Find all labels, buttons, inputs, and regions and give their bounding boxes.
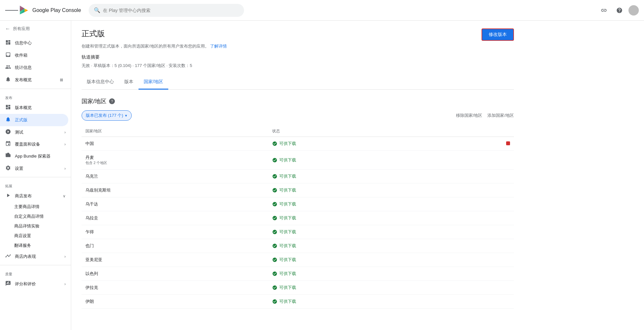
status-text: 可供下载 (279, 215, 296, 221)
coverage-expand-icon: › (64, 142, 66, 147)
country-cell: 也门 (82, 239, 268, 253)
action-cell (448, 197, 514, 211)
ratings-label: 评分和评价 (15, 281, 36, 287)
status-available: 可供下载 (272, 157, 444, 163)
check-circle-icon (272, 174, 277, 179)
table-header: 国家/地区 状态 (82, 126, 514, 137)
action-cell (448, 239, 514, 253)
table-body: 中国 可供下载 丹麦包含 2 个地区 可供下载 乌克兰 可供下载 乌兹别克斯坦 … (82, 137, 514, 309)
sidebar-item-coverage[interactable]: 覆盖面和设备 › (0, 138, 71, 150)
remove-country-link[interactable]: 移除国家/地区 (456, 113, 483, 118)
status-cell: 可供下载 (268, 239, 448, 253)
table-row: 丹麦包含 2 个地区 可供下载 (82, 151, 514, 170)
edit-version-button[interactable]: 修改版本 (482, 28, 514, 41)
check-circle-icon (272, 202, 277, 207)
sidebar-item-testing[interactable]: 测试 › (0, 126, 71, 138)
action-cell (448, 281, 514, 295)
status-text: 可供下载 (279, 173, 296, 179)
tab-versions[interactable]: 版本 (119, 75, 139, 90)
search-bar[interactable]: 🔍 (89, 4, 244, 17)
table-row: 伊朗 可供下载 (82, 295, 514, 309)
check-circle-icon (272, 285, 277, 290)
country-name: 丹麦 (85, 155, 264, 160)
country-cell: 乌克兰 (82, 170, 268, 183)
sidebar-item-dashboard[interactable]: 信息中心 (0, 37, 68, 49)
country-cell: 以色列 (82, 267, 268, 281)
table-row: 乌兹别克斯坦 可供下载 (82, 183, 514, 197)
country-cell: 乌拉圭 (82, 211, 268, 225)
section-title-quality: 质量 (0, 268, 71, 278)
testing-label: 测试 (15, 129, 23, 135)
sidebar-item-translation[interactable]: 翻译服务 (0, 241, 71, 250)
status-text: 可供下载 (279, 271, 296, 277)
app-bundle-icon (5, 153, 11, 160)
testing-icon (5, 129, 11, 136)
sidebar-item-production[interactable]: 正式版 (0, 114, 68, 126)
table-row: 伊拉克 可供下载 (82, 281, 514, 295)
sidebar-item-inbox[interactable]: 收件箱 (0, 49, 68, 61)
sidebar-item-store-settings[interactable]: 商店设置 (0, 231, 71, 241)
chip-arrow-icon: ▼ (125, 114, 128, 117)
flag-indicator (506, 141, 510, 145)
sidebar-item-settings[interactable]: 设置 › (0, 162, 71, 174)
statistics-label: 统计信息 (15, 65, 32, 71)
sidebar-item-ratings[interactable]: 评分和评价 › (0, 278, 71, 290)
country-name: 伊拉克 (85, 285, 264, 291)
sidebar-item-statistics[interactable]: 统计信息 (0, 61, 68, 74)
sidebar-item-publish-overview-top[interactable]: 发布概览 ⊠ (0, 74, 68, 86)
sidebar-item-store-publish[interactable]: 商店发布 ∨ (0, 190, 71, 202)
top-bar: Google Play Console 🔍 (0, 0, 644, 21)
table-row: 也门 可供下载 (82, 239, 514, 253)
table-row: 乌干达 可供下载 (82, 197, 514, 211)
sidebar-item-app-bundle[interactable]: App Bundle 探索器 (0, 150, 68, 162)
country-cell: 乍得 (82, 225, 268, 239)
status-text: 可供下载 (279, 299, 296, 304)
coverage-icon (5, 141, 11, 148)
help-icon-button[interactable] (613, 4, 626, 17)
status-text: 可供下载 (279, 201, 296, 207)
production-icon (5, 116, 11, 124)
learn-more-link[interactable]: 了解详情 (210, 44, 227, 49)
country-name: 以色列 (85, 271, 264, 277)
sidebar-item-custom-listing[interactable]: 自定义商品详情 (0, 212, 71, 221)
tab-version-info[interactable]: 版本信息中心 (82, 75, 119, 90)
filter-chip-published[interactable]: 版本已发布 (177 个) ▼ (82, 110, 132, 121)
divider-1 (0, 89, 71, 89)
hamburger-menu[interactable] (5, 4, 18, 17)
country-name: 也门 (85, 243, 264, 249)
store-settings-label: 商店设置 (14, 233, 31, 239)
inbox-icon (5, 52, 11, 59)
store-publish-expand-icon: ∨ (63, 194, 66, 198)
filter-chip-label: 版本已发布 (177 个) (86, 113, 123, 118)
action-cell (448, 151, 514, 170)
sidebar-item-store-performance[interactable]: 商店内表现 › (0, 250, 71, 262)
country-name: 乌干达 (85, 201, 264, 207)
avatar[interactable] (628, 5, 639, 16)
testing-expand-icon: › (64, 130, 66, 135)
status-cell: 可供下载 (268, 197, 448, 211)
dashboard-icon (5, 39, 11, 47)
logo-area: Google Play Console (18, 5, 81, 16)
status-available: 可供下载 (272, 257, 444, 263)
custom-listing-label: 自定义商品详情 (14, 214, 44, 219)
ratings-icon (5, 280, 11, 287)
info-icon[interactable]: ? (109, 98, 115, 104)
section-title-expand: 拓展 (0, 180, 71, 190)
status-cell: 可供下载 (268, 170, 448, 183)
sidebar-back-button[interactable]: ← 所有应用 (0, 23, 71, 34)
status-text: 可供下载 (279, 229, 296, 235)
search-input[interactable] (103, 8, 239, 13)
table-row: 中国 可供下载 (82, 137, 514, 151)
status-cell: 可供下载 (268, 281, 448, 295)
tab-countries[interactable]: 国家/地区 (139, 75, 168, 90)
sidebar-item-main-listing[interactable]: 主要商品详情 (0, 202, 71, 212)
country-name: 乌拉圭 (85, 215, 264, 221)
sidebar-item-listing-test[interactable]: 商品详情实验 (0, 221, 71, 231)
production-label: 正式版 (15, 117, 28, 123)
check-circle-icon (272, 257, 277, 262)
sidebar-item-version-overview[interactable]: 版本概览 (0, 102, 68, 114)
link-icon-button[interactable] (597, 4, 610, 17)
status-available: 可供下载 (272, 285, 444, 291)
divider-2 (0, 177, 71, 177)
add-country-link[interactable]: 添加国家/地区 (487, 113, 514, 118)
